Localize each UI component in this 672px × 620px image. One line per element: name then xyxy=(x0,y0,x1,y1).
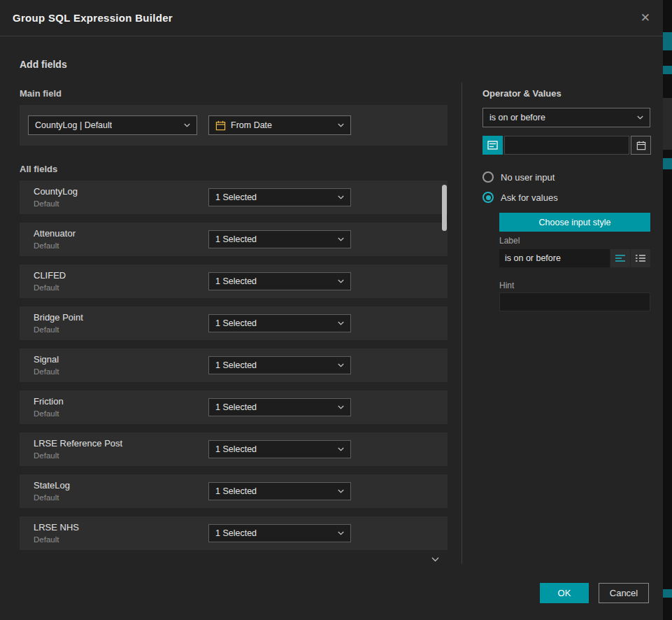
field-name: StateLog xyxy=(34,480,70,491)
scrollbar-thumb[interactable] xyxy=(442,185,447,231)
field-sublabel: Default xyxy=(34,451,59,460)
vertical-divider xyxy=(462,83,462,564)
field-row: Bridge Point Default 1 Selected xyxy=(20,307,448,340)
radio-unselected-icon xyxy=(482,171,494,183)
field-selection-value: 1 Selected xyxy=(215,528,257,538)
chevron-down-icon xyxy=(184,123,190,127)
field-selection-value: 1 Selected xyxy=(215,360,257,370)
label-input[interactable] xyxy=(499,249,610,267)
field-name: LRSE NHS xyxy=(34,522,79,533)
field-sublabel: Default xyxy=(34,241,59,250)
field-sublabel: Default xyxy=(34,325,59,334)
radio-no-user-input[interactable]: No user input xyxy=(482,171,555,183)
list-scrollbar[interactable] xyxy=(442,183,448,547)
add-fields-heading: Add fields xyxy=(20,59,67,70)
field-row: LRSE Reference Post Default 1 Selected xyxy=(20,432,448,466)
field-sublabel: Default xyxy=(34,535,59,544)
group-sql-expression-builder-dialog: Group SQL Expression Builder ✕ Add field… xyxy=(0,0,663,620)
label-caption: Label xyxy=(499,236,520,246)
field-sublabel: Default xyxy=(34,493,59,502)
field-selection-dropdown[interactable]: 1 Selected xyxy=(208,230,351,248)
field-selection-dropdown[interactable]: 1 Selected xyxy=(208,440,351,458)
chevron-down-icon xyxy=(637,115,643,120)
field-row: CLIFED Default 1 Selected xyxy=(20,265,448,298)
field-selection-value: 1 Selected xyxy=(215,318,257,328)
field-row: Attenuator Default 1 Selected xyxy=(20,223,448,256)
field-row: Signal Default 1 Selected xyxy=(20,348,448,382)
chevron-down-icon xyxy=(338,237,344,241)
radio-selected-icon xyxy=(482,192,494,203)
chevron-down-icon xyxy=(338,321,344,325)
all-fields-label: All fields xyxy=(20,164,57,174)
close-icon[interactable]: ✕ xyxy=(641,12,650,24)
list-style-icon[interactable] xyxy=(630,249,650,267)
field-selection-dropdown[interactable]: 1 Selected xyxy=(208,272,351,290)
field-selection-dropdown[interactable]: 1 Selected xyxy=(208,356,351,374)
field-sublabel: Default xyxy=(34,367,59,376)
field-name: CLIFED xyxy=(34,270,66,281)
scroll-down-icon[interactable] xyxy=(431,552,439,565)
chevron-down-icon xyxy=(338,489,344,493)
radio-label: Ask for values xyxy=(501,192,558,203)
field-sublabel: Default xyxy=(34,409,59,418)
field-selection-dropdown[interactable]: 1 Selected xyxy=(208,188,351,206)
choose-input-style-button[interactable]: Choose input style xyxy=(499,213,650,232)
main-field-label: Main field xyxy=(20,88,62,99)
value-input-row xyxy=(482,136,650,155)
field-selection-value: 1 Selected xyxy=(215,444,257,454)
main-field-panel: CountyLog | Default From Date xyxy=(20,105,448,146)
hint-input[interactable] xyxy=(499,293,650,311)
field-selection-value: 1 Selected xyxy=(215,234,257,244)
chevron-down-icon xyxy=(338,531,344,535)
calendar-icon xyxy=(215,120,226,131)
field-selection-dropdown[interactable]: 1 Selected xyxy=(208,524,351,542)
main-field-select-value: From Date xyxy=(231,120,272,130)
field-row: CountyLog Default 1 Selected xyxy=(20,181,448,214)
value-input[interactable] xyxy=(504,136,629,155)
hint-caption: Hint xyxy=(499,281,514,290)
background-app-fragment xyxy=(663,589,672,598)
chevron-down-icon xyxy=(338,195,344,199)
field-name: Attenuator xyxy=(34,228,76,239)
layer-select[interactable]: CountyLog | Default xyxy=(28,115,197,135)
field-selection-dropdown[interactable]: 1 Selected xyxy=(208,398,351,416)
field-name: LRSE Reference Post xyxy=(34,438,122,449)
background-app-fragment xyxy=(663,32,672,50)
background-app-fragment xyxy=(663,158,672,169)
input-style-icon[interactable] xyxy=(482,136,503,155)
ok-button[interactable]: OK xyxy=(540,583,589,603)
field-name: Bridge Point xyxy=(34,312,83,323)
field-name: Signal xyxy=(34,354,59,365)
operator-values-heading: Operator & Values xyxy=(482,88,562,99)
field-sublabel: Default xyxy=(34,199,59,208)
chevron-down-icon xyxy=(338,123,344,127)
field-selection-dropdown[interactable]: 1 Selected xyxy=(208,314,351,332)
field-name: Friction xyxy=(34,396,64,407)
chevron-down-icon xyxy=(338,405,344,409)
field-row: Friction Default 1 Selected xyxy=(20,390,448,424)
background-app-edge xyxy=(663,0,672,620)
field-selection-value: 1 Selected xyxy=(215,192,257,202)
radio-ask-for-values[interactable]: Ask for values xyxy=(482,192,558,203)
background-app-fragment xyxy=(663,66,672,74)
background-app-fragment xyxy=(663,98,672,150)
field-selection-value: 1 Selected xyxy=(215,486,257,496)
operator-select[interactable]: is on or before xyxy=(482,108,650,127)
single-line-style-icon[interactable] xyxy=(610,249,630,267)
field-row: LRSE NHS Default 1 Selected xyxy=(20,516,448,550)
layer-select-value: CountyLog | Default xyxy=(35,120,112,130)
field-sublabel: Default xyxy=(34,283,59,292)
main-field-select[interactable]: From Date xyxy=(208,115,351,135)
operator-select-value: is on or before xyxy=(489,113,545,122)
field-name: CountyLog xyxy=(34,186,78,197)
chevron-down-icon xyxy=(338,447,344,451)
field-selection-value: 1 Selected xyxy=(215,402,257,412)
calendar-picker-icon[interactable] xyxy=(631,136,651,155)
field-row: StateLog Default 1 Selected xyxy=(20,474,448,508)
chevron-down-icon xyxy=(338,279,344,283)
radio-label: No user input xyxy=(501,172,555,183)
all-fields-list: CountyLog Default 1 Selected Attenuator … xyxy=(20,181,448,558)
cancel-button[interactable]: Cancel xyxy=(599,583,649,603)
dialog-titlebar: Group SQL Expression Builder ✕ xyxy=(0,0,663,36)
field-selection-dropdown[interactable]: 1 Selected xyxy=(208,482,351,500)
